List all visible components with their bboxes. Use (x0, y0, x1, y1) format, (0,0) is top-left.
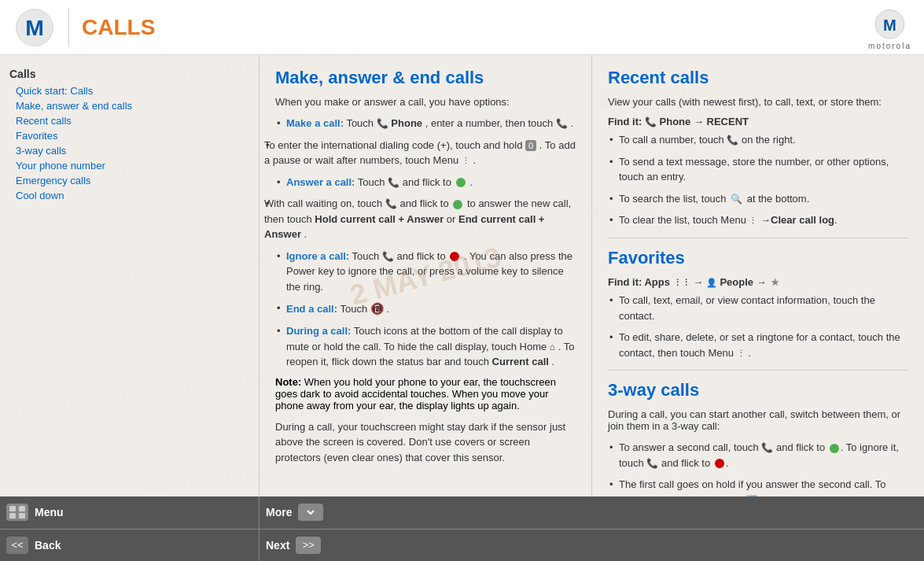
svg-rect-5 (19, 506, 25, 511)
next-label: Next (266, 539, 289, 552)
green-circle-1 (456, 178, 466, 187)
header: M CALLS M motorola (0, 0, 924, 55)
more-circle-svg (301, 505, 320, 519)
bullet-during-label: During a call: (286, 325, 351, 337)
star-icon: ★ (771, 277, 779, 288)
bottom-nav-left: Menu << Back (0, 496, 260, 561)
sidebar: Calls Quick start: Calls Make, answer & … (0, 55, 260, 496)
threeway-bullets: To answer a second call, touch 📞 and fli… (608, 440, 908, 496)
sidebar-item-emergency[interactable]: Emergency calls (9, 173, 249, 188)
next-row: Next >> (260, 530, 924, 562)
bullet-make-call-text: Touch (346, 117, 376, 129)
more-label: More (266, 506, 292, 519)
more-button-icon[interactable] (298, 504, 323, 521)
menu-button-icon (6, 504, 28, 521)
sidebar-item-favorites[interactable]: Favorites (9, 128, 249, 143)
favorites-title: Favorites (608, 248, 908, 268)
divider-2 (608, 370, 908, 371)
sidebar-item-quickstart[interactable]: Quick start: Calls (9, 83, 249, 98)
favorites-bullets: To call, text, email, or view contact in… (608, 293, 908, 360)
bullet-make-call-text3: . (571, 117, 574, 129)
red-circle-1 (450, 252, 459, 261)
current-call-text: Current call (492, 356, 549, 367)
find-it-label-fav: Find it: (608, 276, 644, 288)
panel-make-answer: 2 MAY 2013 Make, answer & end calls When… (260, 55, 592, 496)
back-label: Back (35, 539, 61, 552)
motorola-logo-left: M (13, 6, 56, 49)
note-box: Note: When you hold your phone to your e… (275, 376, 576, 412)
search-icon-recent: 🔍 (731, 192, 742, 206)
phone-icon-5: 📞 (382, 251, 394, 262)
back-button[interactable]: << Back (0, 530, 259, 562)
zero-key-icon: 0 (525, 140, 536, 151)
header-divider (68, 8, 69, 47)
menu-icon-fav: ⋮ (737, 349, 745, 358)
red-circle-3w (715, 459, 724, 468)
fav-bullet-2: To edit, share, delete, or set a rington… (608, 330, 908, 360)
favorites-findit: Find it: Apps ⋮⋮ → 👤 People → ★ (608, 276, 908, 289)
panel-left-intro: When you make or answer a call, you have… (275, 96, 576, 108)
green-circle-2 (453, 200, 462, 209)
recent-calls-title: Recent calls (608, 68, 908, 88)
sidebar-item-phone-number[interactable]: Your phone number (9, 158, 249, 173)
panel-left-bullets: Make a call: Touch 📞 Phone , enter a num… (275, 116, 576, 370)
phone-icon-3w1: 📞 (761, 442, 773, 453)
phone-icon-find: 📞 (645, 116, 657, 127)
sidebar-item-3way[interactable]: 3-way calls (9, 143, 249, 158)
more-row: More (260, 496, 924, 530)
note-label: Note: (275, 376, 301, 388)
threeway-bullet-2: The first call goes on hold if you answe… (608, 477, 908, 496)
green-circle-3w (830, 444, 839, 453)
svg-rect-4 (9, 506, 16, 511)
page-title: CALLS (82, 15, 868, 40)
bullet-make-call-label: Make a call: (286, 117, 344, 129)
phone-icon-3: 📞 (388, 177, 399, 188)
fav-bullet-1: To call, text, email, or view contact in… (608, 293, 908, 323)
bullet-ignore-label: Ignore a call: (286, 250, 349, 262)
phone-icon-4: 📞 (385, 198, 397, 209)
main-content: 2 MAY 2013 Make, answer & end calls When… (260, 55, 924, 496)
menu-button[interactable]: Menu (0, 496, 259, 530)
back-button-icon: << (6, 537, 28, 554)
end-call-icon: 📵 (370, 302, 384, 315)
phone-icon-r1: 📞 (727, 135, 738, 146)
svg-rect-6 (9, 513, 16, 519)
next-button-icon[interactable]: >> (296, 537, 321, 554)
sidebar-item-make-answer[interactable]: Make, answer & end calls (9, 98, 249, 113)
menu-grid-svg (9, 505, 26, 519)
svg-rect-7 (19, 513, 25, 519)
home-icon: ⌂ (550, 341, 555, 352)
content-area: Calls Quick start: Calls Make, answer & … (0, 55, 924, 496)
bullet-call-waiting: With call waiting on, touch 📞 and flick … (264, 196, 576, 242)
divider-1 (608, 238, 908, 238)
bottom-nav-right: More Next >> (260, 496, 924, 561)
people-text: People (720, 276, 753, 288)
menu-label: Menu (35, 506, 64, 519)
recent-bullet-4: To clear the list, touch Menu ⋮ →Clear c… (608, 212, 908, 228)
bullet-end-call: End a call: Touch 📵 . (275, 301, 576, 317)
arrow-2: → (757, 276, 770, 288)
threeway-title: 3-way calls (608, 380, 908, 400)
extra-text: During a call, your touchscreen might st… (275, 419, 576, 466)
sidebar-item-cool-down[interactable]: Cool down (9, 188, 249, 203)
sidebar-item-recent[interactable]: Recent calls (9, 113, 249, 128)
bullet-make-call: Make a call: Touch 📞 Phone , enter a num… (275, 116, 576, 131)
svg-text:M: M (25, 15, 44, 40)
recent-bullets: To call a number, touch 📞 on the right. … (608, 132, 908, 228)
phone-icon-2: 📞 (556, 118, 568, 129)
people-icon: 👤 (706, 278, 717, 287)
svg-text:M: M (883, 17, 896, 34)
svg-point-8 (304, 506, 317, 519)
bullet-during-call: During a call: Touch icons at the bottom… (275, 323, 576, 370)
recent-findit-text: Phone → RECENT (660, 116, 749, 127)
arrow-1: → (693, 276, 706, 288)
motorola-logo-right: M motorola (868, 5, 911, 50)
bottom-nav: Menu << Back More Next (0, 496, 924, 561)
recent-findit: Find it: 📞 Phone → RECENT (608, 116, 908, 127)
panel-right: Recent calls View your calls (with newes… (592, 55, 924, 496)
phone-word: Phone (391, 117, 422, 129)
clear-log-text: Clear call log (771, 214, 834, 226)
find-it-label: Find it: (608, 116, 645, 127)
panel-left-title: Make, answer & end calls (275, 68, 576, 88)
recent-bullet-3: To search the list, touch 🔍 at the botto… (608, 191, 908, 207)
